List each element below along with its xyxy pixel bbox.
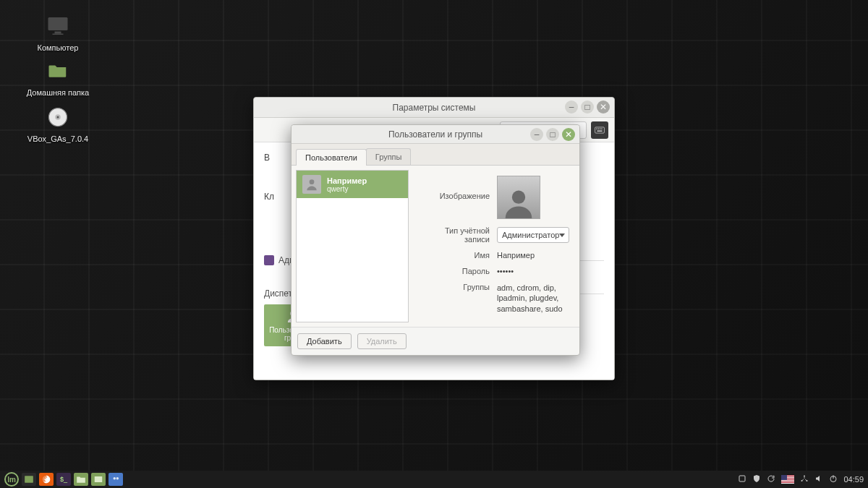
svg-point-21 [114,477,116,480]
svg-rect-12 [601,128,602,129]
svg-point-5 [57,116,59,119]
svg-point-16 [310,179,315,184]
svg-rect-18 [25,476,33,482]
minimize-button[interactable]: – [565,100,578,114]
titlebar[interactable]: Пользователи и группы – □ ✕ [292,125,579,144]
label-name: Имя [417,251,497,260]
category-label: Кл [264,192,274,202]
groups-value[interactable]: adm, cdrom, dip, lpadmin, plugdev, samba… [497,283,569,314]
taskbar-app-files[interactable] [74,473,88,486]
user-detail-pane: Изображение Тип учётной записи Администр… [413,166,579,327]
tab-groups[interactable]: Группы [366,148,412,165]
label-account-type: Тип учётной записи [417,226,497,244]
tray-updates-icon[interactable] [767,474,775,484]
tab-bar: Пользователи Группы [292,144,579,166]
avatar-icon [302,175,321,194]
label-groups: Группы [417,283,497,291]
keyboard-button[interactable] [591,121,608,139]
svg-rect-1 [55,32,61,34]
svg-rect-11 [600,128,600,129]
name-value[interactable]: Например [497,251,569,260]
maximize-button[interactable]: □ [581,100,594,114]
keyboard-layout-flag[interactable] [781,475,794,484]
show-desktop-button[interactable] [22,473,36,486]
taskbar-app-terminal[interactable]: $_ [56,473,71,486]
avatar-picker[interactable] [497,176,540,219]
desktop-icon-computer[interactable]: Компьютер [22,12,94,52]
svg-rect-23 [739,476,745,481]
svg-rect-13 [597,130,603,131]
tab-users[interactable]: Пользователи [296,149,367,166]
window-title: Параметры системы [393,103,476,113]
svg-point-24 [804,476,805,477]
svg-point-22 [116,477,119,480]
svg-rect-20 [95,476,103,482]
desktop-icon-home[interactable]: Домашняя папка [22,56,94,97]
folder-icon [43,56,72,85]
user-list-item[interactable]: Например qwerty [297,171,408,198]
window-title: Пользователи и группы [388,129,482,140]
start-menu-button[interactable]: lm [4,472,19,487]
close-button[interactable]: ✕ [562,128,575,141]
svg-point-17 [512,191,525,204]
user-name: Например [327,176,367,185]
taskbar-running-settings[interactable] [91,473,106,486]
network-icon[interactable] [800,474,809,484]
maximize-button[interactable]: □ [546,128,559,141]
user-login: qwerty [327,185,367,193]
close-button[interactable]: ✕ [597,100,610,114]
desktop-icon-vbox[interactable]: VBox_GAs_7.0.4 [22,103,94,143]
volume-icon[interactable] [814,474,823,484]
desktop-icon-label: Компьютер [22,43,94,52]
clock[interactable]: 04:59 [843,475,864,484]
dialog-footer: Добавить Удалить [292,327,579,355]
desktop-icon-label: VBox_GAs_7.0.4 [22,134,94,143]
desktop-icon-label: Домашняя папка [22,88,94,97]
delete-button[interactable]: Удалить [357,333,407,349]
password-value[interactable]: •••••• [497,267,569,275]
minimize-button[interactable]: – [530,128,543,141]
label-password: Пароль [417,267,497,275]
svg-rect-9 [596,128,597,129]
power-icon[interactable] [829,474,838,484]
tray-icon[interactable] [738,474,746,484]
user-list[interactable]: Например qwerty [296,170,409,322]
account-type-select[interactable]: Администратор [497,227,569,243]
admin-section-icon [264,255,274,265]
taskbar[interactable]: lm $_ 04:59 [0,471,868,488]
titlebar[interactable]: Параметры системы – □ ✕ [254,98,614,118]
svg-rect-2 [53,34,64,35]
account-type-value: Администратор [502,231,559,239]
chevron-down-icon [559,234,565,237]
disc-icon [43,103,72,132]
taskbar-app-firefox[interactable] [39,473,54,486]
category-label: В [264,153,270,163]
users-groups-window[interactable]: Пользователи и группы – □ ✕ Пользователи… [291,124,580,356]
tray-shield-icon[interactable] [752,474,761,484]
label-image: Изображение [417,176,497,200]
svg-rect-10 [598,128,599,129]
svg-rect-8 [595,127,605,132]
taskbar-running-users[interactable] [109,473,123,486]
svg-rect-0 [48,17,68,30]
add-button[interactable]: Добавить [297,333,352,349]
monitor-icon [43,12,72,40]
